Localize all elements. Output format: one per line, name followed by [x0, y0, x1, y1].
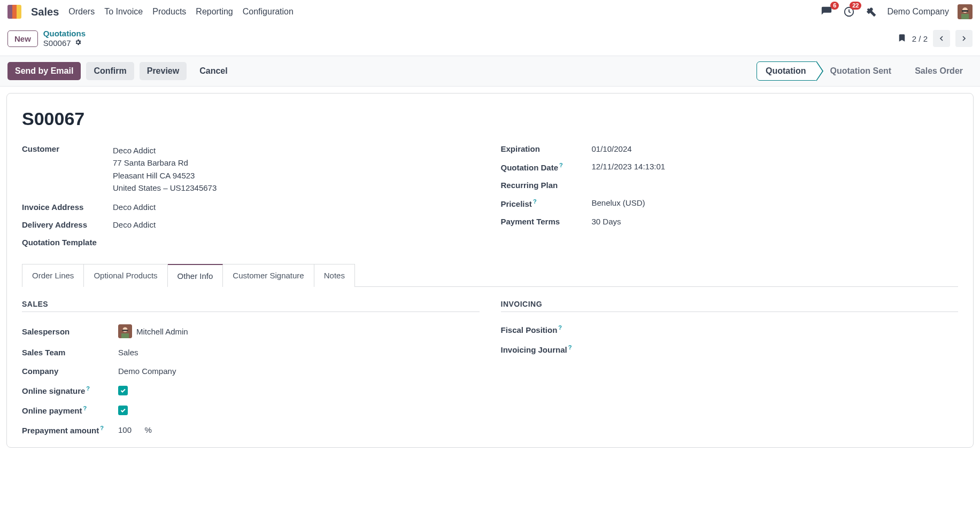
quotation-template-label: Quotation Template [22, 238, 113, 247]
help-icon[interactable]: ? [100, 425, 104, 431]
section-title-invoicing: INVOICING [501, 300, 959, 312]
payment-terms-value[interactable]: 30 Days [592, 217, 621, 226]
svg-rect-8 [121, 333, 129, 338]
tab-order-lines[interactable]: Order Lines [22, 264, 84, 287]
quotation-date-value[interactable]: 12/11/2023 14:13:01 [592, 162, 666, 171]
help-icon[interactable]: ? [568, 344, 572, 351]
tab-other-info[interactable]: Other Info [168, 264, 223, 287]
breadcrumb-current: S00067 [43, 38, 71, 48]
status-quotation-sent[interactable]: Quotation Sent [816, 62, 901, 80]
fields-left: Customer Deco Addict 77 Santa Barbara Rd… [22, 140, 480, 251]
activities-badge: 22 [850, 2, 861, 10]
form-sheet: S00067 Customer Deco Addict 77 Santa Bar… [6, 93, 974, 448]
salesperson-label: Salesperson [22, 327, 118, 336]
company-label: Company [22, 367, 118, 376]
help-icon[interactable]: ? [559, 162, 563, 168]
breadcrumb-parent[interactable]: Quotations [43, 29, 86, 38]
control-right: 2 / 2 [897, 30, 973, 47]
new-button[interactable]: New [7, 30, 38, 47]
send-by-email-button[interactable]: Send by Email [7, 62, 81, 80]
tab-content-other-info: SALES Salesperson Mitchell Admin Sales T… [22, 287, 958, 443]
pricelist-value[interactable]: Benelux (USD) [592, 198, 645, 207]
online-signature-label: Online signature? [22, 385, 118, 395]
prepayment-amount-value[interactable]: 100 % [118, 425, 152, 434]
nav-products[interactable]: Products [152, 7, 186, 17]
online-payment-checkbox[interactable] [118, 406, 128, 415]
prepayment-amount-label: Prepayment amount? [22, 425, 118, 435]
messages-icon[interactable]: 6 [820, 5, 834, 19]
invoicing-journal-label: Invoicing Journal? [501, 344, 597, 354]
sales-team-label: Sales Team [22, 348, 118, 357]
fiscal-position-label: Fiscal Position? [501, 324, 597, 334]
tabs: Order Lines Optional Products Other Info… [22, 264, 958, 287]
section-invoicing: INVOICING Fiscal Position? Invoicing Jou… [501, 300, 959, 440]
invoice-address-value[interactable]: Deco Addict [113, 203, 156, 212]
nav-configuration[interactable]: Configuration [243, 7, 294, 17]
cancel-button[interactable]: Cancel [192, 62, 235, 80]
delivery-address-value[interactable]: Deco Addict [113, 220, 156, 229]
control-left: New Quotations S00067 [7, 29, 86, 48]
section-sales: SALES Salesperson Mitchell Admin Sales T… [22, 300, 480, 440]
salesperson-avatar [118, 324, 132, 338]
svg-rect-3 [962, 10, 968, 12]
statusbar: Quotation Quotation Sent Sales Order [757, 61, 973, 81]
help-icon[interactable]: ? [83, 405, 87, 411]
topnav: Sales Orders To Invoice Products Reporti… [0, 0, 980, 24]
bookmark-icon[interactable] [897, 33, 907, 44]
messages-badge: 6 [830, 2, 839, 10]
tab-notes[interactable]: Notes [314, 264, 355, 287]
pager-prev-button[interactable] [933, 30, 950, 47]
recurring-plan-label: Recurring Plan [501, 181, 592, 190]
topnav-right: 6 22 Demo Company [820, 4, 973, 19]
confirm-button[interactable]: Confirm [86, 62, 134, 80]
expiration-value[interactable]: 01/10/2024 [592, 144, 632, 153]
payment-terms-label: Payment Terms [501, 217, 592, 226]
fields-right: Expiration 01/10/2024 Quotation Date? 12… [501, 140, 959, 251]
status-sales-order[interactable]: Sales Order [901, 62, 973, 80]
app-logo-icon[interactable] [7, 5, 21, 19]
company-value[interactable]: Demo Company [118, 367, 176, 376]
nav-orders[interactable]: Orders [68, 7, 95, 17]
invoice-address-label: Invoice Address [22, 203, 113, 212]
breadcrumb: Quotations S00067 [43, 29, 86, 48]
customer-value[interactable]: Deco Addict 77 Santa Barbara Rd Pleasant… [113, 144, 217, 194]
help-icon[interactable]: ? [533, 198, 537, 205]
sales-team-value[interactable]: Sales [118, 348, 138, 357]
pager-next-button[interactable] [955, 30, 973, 47]
svg-rect-7 [122, 330, 128, 331]
tab-customer-signature[interactable]: Customer Signature [223, 264, 314, 287]
quotation-date-label: Quotation Date? [501, 162, 592, 172]
pricelist-label: Pricelist? [501, 198, 592, 208]
customer-label: Customer [22, 144, 113, 153]
user-avatar[interactable] [958, 4, 973, 19]
gear-icon[interactable] [74, 38, 82, 48]
help-icon[interactable]: ? [86, 385, 90, 392]
tab-optional-products[interactable]: Optional Products [84, 264, 167, 287]
tools-icon[interactable] [865, 5, 878, 19]
record-title: S00067 [22, 108, 958, 129]
nav-reporting[interactable]: Reporting [196, 7, 233, 17]
control-panel: New Quotations S00067 2 / 2 [0, 24, 980, 56]
nav-to-invoice[interactable]: To Invoice [104, 7, 143, 17]
pager-text[interactable]: 2 / 2 [912, 34, 928, 43]
expiration-label: Expiration [501, 144, 592, 153]
salesperson-value[interactable]: Mitchell Admin [118, 324, 188, 338]
status-quotation[interactable]: Quotation [757, 61, 816, 81]
help-icon[interactable]: ? [558, 324, 562, 331]
company-name[interactable]: Demo Company [887, 7, 949, 17]
app-title[interactable]: Sales [31, 6, 59, 18]
online-payment-label: Online payment? [22, 405, 118, 415]
topnav-left: Sales Orders To Invoice Products Reporti… [7, 5, 294, 19]
actionbar: Send by Email Confirm Preview Cancel Quo… [0, 56, 980, 87]
delivery-address-label: Delivery Address [22, 220, 113, 229]
online-signature-checkbox[interactable] [118, 386, 128, 395]
actions-left: Send by Email Confirm Preview Cancel [7, 62, 235, 80]
svg-rect-4 [961, 14, 969, 19]
section-title-sales: SALES [22, 300, 480, 312]
preview-button[interactable]: Preview [140, 62, 187, 80]
activities-icon[interactable]: 22 [842, 5, 856, 19]
